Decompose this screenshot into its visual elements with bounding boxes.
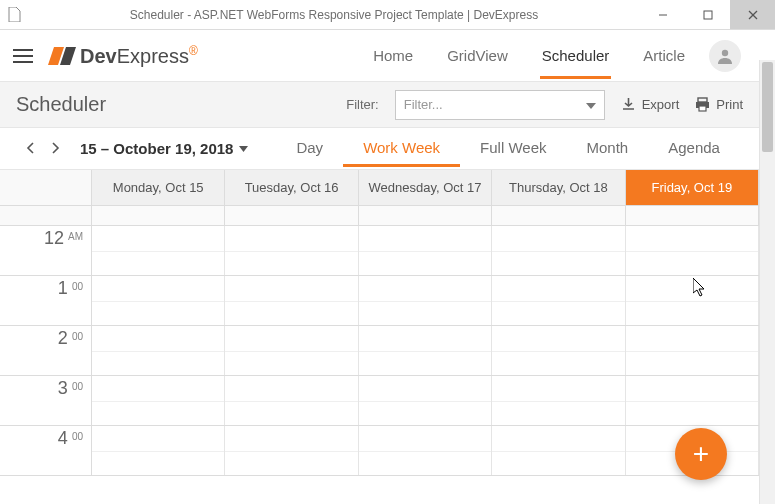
- hour-label: 300: [0, 376, 92, 425]
- minimize-button[interactable]: [640, 0, 685, 29]
- time-cell[interactable]: [92, 276, 225, 325]
- view-tab-full-week[interactable]: Full Week: [460, 130, 566, 167]
- allday-cell[interactable]: [225, 206, 358, 225]
- filter-label: Filter:: [346, 97, 379, 112]
- nav-link-home[interactable]: Home: [371, 33, 415, 79]
- menu-button[interactable]: [8, 41, 38, 71]
- svg-marker-14: [239, 146, 248, 152]
- devexpress-icon: [48, 43, 78, 69]
- add-event-fab[interactable]: +: [675, 428, 727, 480]
- user-icon: [716, 47, 734, 65]
- view-tab-day[interactable]: Day: [276, 130, 343, 167]
- day-header[interactable]: Monday, Oct 15: [92, 170, 225, 205]
- time-cell[interactable]: [359, 376, 492, 425]
- time-cell[interactable]: [626, 276, 759, 325]
- user-avatar[interactable]: [709, 40, 741, 72]
- time-cell[interactable]: [492, 226, 625, 275]
- nav-link-article[interactable]: Article: [641, 33, 687, 79]
- hour-label: 400: [0, 426, 92, 475]
- time-cell[interactable]: [359, 326, 492, 375]
- time-cell[interactable]: [359, 226, 492, 275]
- plus-icon: +: [693, 438, 709, 470]
- time-cell[interactable]: [492, 426, 625, 475]
- allday-cell[interactable]: [492, 206, 625, 225]
- hour-label: 100: [0, 276, 92, 325]
- hour-row: 100: [0, 276, 759, 326]
- svg-rect-13: [699, 106, 706, 111]
- time-cell[interactable]: [359, 426, 492, 475]
- time-cell[interactable]: [626, 326, 759, 375]
- filter-input[interactable]: Filter...: [395, 90, 605, 120]
- view-tab-month[interactable]: Month: [567, 130, 649, 167]
- top-nav: DevExpress® HomeGridViewSchedulerArticle: [0, 30, 759, 82]
- print-icon: [695, 97, 710, 112]
- close-button[interactable]: [730, 0, 775, 29]
- hour-row: 12AM: [0, 226, 759, 276]
- svg-marker-10: [586, 103, 596, 109]
- time-cell[interactable]: [92, 376, 225, 425]
- date-range-selector[interactable]: 15 – October 19, 2018: [80, 140, 248, 157]
- filter-placeholder: Filter...: [404, 97, 443, 112]
- print-button[interactable]: Print: [695, 97, 743, 112]
- svg-point-9: [722, 49, 728, 55]
- svg-rect-1: [704, 11, 712, 19]
- day-header[interactable]: Thursday, Oct 18: [492, 170, 625, 205]
- download-icon: [621, 97, 636, 112]
- hour-row: 300: [0, 376, 759, 426]
- brand-logo[interactable]: DevExpress®: [48, 43, 198, 69]
- time-cell[interactable]: [492, 376, 625, 425]
- calendar: Monday, Oct 15Tuesday, Oct 16Wednesday, …: [0, 170, 759, 486]
- view-tab-work-week[interactable]: Work Week: [343, 130, 460, 167]
- hour-row: 200: [0, 326, 759, 376]
- scrollbar[interactable]: [759, 60, 775, 504]
- time-cell[interactable]: [626, 226, 759, 275]
- window-controls: [640, 0, 775, 29]
- allday-cell[interactable]: [92, 206, 225, 225]
- view-bar: 15 – October 19, 2018 DayWork WeekFull W…: [0, 128, 759, 170]
- hour-label: 12AM: [0, 226, 92, 275]
- next-button[interactable]: [48, 139, 64, 159]
- hour-label: 200: [0, 326, 92, 375]
- time-cell[interactable]: [92, 226, 225, 275]
- chevron-down-icon: [239, 146, 248, 152]
- chevron-down-icon: [586, 97, 596, 112]
- hour-row: 400: [0, 426, 759, 476]
- brand-text: DevExpress®: [80, 44, 198, 68]
- maximize-button[interactable]: [685, 0, 730, 29]
- chevron-left-icon: [26, 142, 34, 154]
- time-cell[interactable]: [359, 276, 492, 325]
- nav-link-gridview[interactable]: GridView: [445, 33, 510, 79]
- time-cell[interactable]: [225, 326, 358, 375]
- time-cell[interactable]: [225, 376, 358, 425]
- document-icon: [0, 7, 28, 22]
- day-header[interactable]: Wednesday, Oct 17: [359, 170, 492, 205]
- time-cell[interactable]: [225, 226, 358, 275]
- toolbar: Scheduler Filter: Filter... Export Print: [0, 82, 759, 128]
- view-tab-agenda[interactable]: Agenda: [648, 130, 740, 167]
- time-cell[interactable]: [225, 276, 358, 325]
- time-cell[interactable]: [492, 326, 625, 375]
- allday-cell[interactable]: [626, 206, 759, 225]
- window-title: Scheduler - ASP.NET WebForms Responsive …: [28, 8, 640, 22]
- time-cell[interactable]: [626, 376, 759, 425]
- nav-link-scheduler[interactable]: Scheduler: [540, 33, 612, 79]
- day-header[interactable]: Friday, Oct 19: [626, 170, 759, 205]
- time-cell[interactable]: [492, 276, 625, 325]
- time-gutter-header: [0, 170, 92, 205]
- page-title: Scheduler: [16, 93, 106, 116]
- svg-rect-11: [698, 98, 707, 102]
- chevron-right-icon: [52, 142, 60, 154]
- window-titlebar: Scheduler - ASP.NET WebForms Responsive …: [0, 0, 775, 30]
- time-gutter-allday: [0, 206, 92, 225]
- day-header[interactable]: Tuesday, Oct 16: [225, 170, 358, 205]
- time-cell[interactable]: [92, 426, 225, 475]
- time-cell[interactable]: [92, 326, 225, 375]
- time-cell[interactable]: [225, 426, 358, 475]
- allday-cell[interactable]: [359, 206, 492, 225]
- scrollbar-thumb[interactable]: [762, 62, 773, 152]
- prev-button[interactable]: [22, 139, 38, 159]
- export-button[interactable]: Export: [621, 97, 680, 112]
